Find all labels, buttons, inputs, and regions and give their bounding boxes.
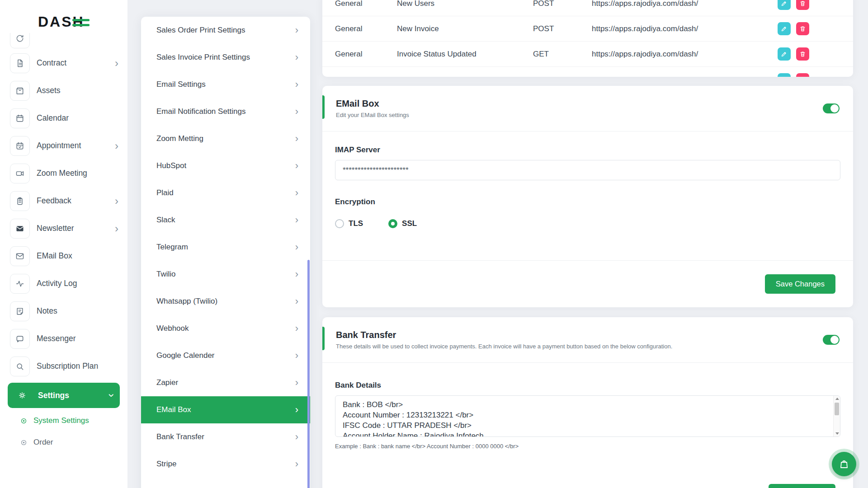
- sidebar-item-label: Zoom Meeting: [37, 169, 87, 178]
- purchase-fab-button[interactable]: [832, 452, 856, 476]
- bank-details-textarea[interactable]: Bank : BOB </br> Account Number : 123132…: [335, 395, 840, 437]
- sidebar-item-activity-log[interactable]: Activity Log: [0, 270, 127, 297]
- sidebar-item-calendar[interactable]: Calendar: [0, 104, 127, 132]
- chevron-right-icon: ›: [295, 188, 298, 198]
- sidebar-item-email-box[interactable]: EMail Box: [0, 242, 127, 270]
- edit-button[interactable]: [778, 22, 791, 35]
- submenu-item-zoom-metting[interactable]: Zoom Metting›: [141, 125, 310, 152]
- sidebar-item-messenger[interactable]: Messenger: [0, 325, 127, 352]
- radio-label: SSL: [402, 219, 417, 228]
- sidebar-item-label: Subscription Plan: [37, 361, 98, 371]
- chevron-right-icon: ›: [295, 25, 298, 35]
- sidebar-item-zoom-meeting[interactable]: Zoom Meeting: [0, 160, 127, 187]
- app-logo[interactable]: DASH: [38, 14, 127, 30]
- chevron-right-icon: ›: [295, 52, 298, 62]
- delete-button[interactable]: [796, 73, 809, 77]
- submenu-item-email-settings[interactable]: Email Settings›: [141, 71, 310, 98]
- sidebar-item-newsletter[interactable]: Newsletter ›: [0, 215, 127, 242]
- envelope-filled-icon: [10, 219, 30, 239]
- table-row: General Invoice Status Updated GET https…: [322, 42, 853, 67]
- submenu-item-label: Plaid: [156, 188, 174, 197]
- chevron-right-icon: ›: [295, 459, 298, 469]
- sidebar-item-order[interactable]: Order: [0, 432, 127, 453]
- bank-details-helper-text: Example : Bank : bank name </br> Account…: [335, 443, 840, 450]
- sidebar-item-partial[interactable]: [0, 33, 127, 49]
- email-box-toggle[interactable]: [823, 103, 840, 113]
- submenu-item-twilio[interactable]: Twilio›: [141, 261, 310, 288]
- bank-transfer-card-header: Bank Transfer These details will be used…: [322, 317, 853, 363]
- chevron-right-icon: ›: [115, 196, 118, 206]
- table-row: General New Users POST https://apps.rajo…: [322, 0, 853, 16]
- sidebar-item-label: Newsletter: [37, 224, 74, 233]
- radio-tls[interactable]: TLS: [335, 219, 363, 228]
- imap-server-label: IMAP Server: [335, 145, 840, 155]
- video-icon: [10, 164, 30, 183]
- submenu-item-whatsapp-twilio[interactable]: Whatsapp (Twilio)›: [141, 288, 310, 315]
- edit-button[interactable]: [778, 47, 791, 61]
- submenu-item-bank-transfer[interactable]: Bank Transfer›: [141, 423, 310, 450]
- card-subtitle: These details will be used to collect in…: [336, 343, 672, 350]
- delete-button[interactable]: [796, 47, 809, 61]
- sidebar-item-settings[interactable]: Settings ›: [8, 383, 120, 408]
- submenu-item-sales-invoice-print-settings[interactable]: Sales Invoice Print Settings›: [141, 44, 310, 71]
- sidebar-item-contract[interactable]: Contract ›: [0, 49, 127, 77]
- table-row-partial: [322, 67, 853, 77]
- sidebar-item-appointment[interactable]: Appointment ›: [0, 132, 127, 160]
- submenu-item-partial[interactable]: ›: [141, 478, 310, 488]
- encryption-label: Encryption: [335, 197, 840, 206]
- scroll-up-arrow-icon: [835, 398, 839, 400]
- row-module: General: [335, 24, 397, 33]
- submenu-item-email-box[interactable]: EMail Box›: [141, 396, 310, 423]
- sidebar-item-label: Activity Log: [37, 279, 77, 288]
- email-box-card: EMail Box Edit your EMail Box settings I…: [322, 86, 853, 307]
- submenu-item-telegram[interactable]: Telegram›: [141, 234, 310, 261]
- submenu-item-label: Sales Order Print Settings: [156, 26, 245, 35]
- sidebar-item-subscription-plan[interactable]: Subscription Plan: [0, 352, 127, 380]
- chevron-right-icon: ›: [295, 161, 298, 171]
- submenu-item-sales-order-print-settings[interactable]: Sales Order Print Settings›: [141, 17, 310, 44]
- submenu-item-label: Zapier: [156, 378, 178, 387]
- submenu-scrollbar[interactable]: [307, 260, 310, 488]
- sidebar-item-feedback[interactable]: Feedback ›: [0, 187, 127, 215]
- edit-button[interactable]: [778, 0, 791, 10]
- row-module: General: [335, 0, 397, 8]
- delete-button[interactable]: [796, 0, 809, 10]
- submenu-item-email-notification-settings[interactable]: Email Notification Settings›: [141, 98, 310, 125]
- sidebar-item-system-settings[interactable]: System Settings: [0, 410, 127, 432]
- sidebar-nav: Contract › Assets Calendar Appointment ›…: [0, 33, 127, 453]
- submenu-item-zapier[interactable]: Zapier›: [141, 369, 310, 396]
- radio-label: TLS: [349, 219, 363, 228]
- save-changes-button-partial[interactable]: [769, 484, 835, 488]
- note-icon: [10, 301, 30, 321]
- submenu-item-hubspot[interactable]: HubSpot›: [141, 152, 310, 179]
- bank-details-field: Bank : BOB </br> Account Number : 123132…: [335, 395, 840, 437]
- sidebar-item-notes[interactable]: Notes: [0, 297, 127, 325]
- bank-transfer-toggle[interactable]: [823, 335, 840, 345]
- settings-submenu-panel: Sales Order Print Settings› Sales Invoic…: [141, 17, 310, 488]
- encryption-options: TLS SSL: [335, 219, 840, 228]
- accent-bar: [322, 327, 325, 350]
- chevron-right-icon: ›: [295, 269, 298, 279]
- submenu-item-plaid[interactable]: Plaid›: [141, 179, 310, 206]
- row-url: https://apps.rajodiya.com/dash/: [592, 0, 778, 8]
- envelope-icon: [10, 246, 30, 266]
- trash-icon: [799, 76, 806, 77]
- textarea-scrollbar[interactable]: [833, 396, 840, 436]
- radio-ssl[interactable]: SSL: [388, 219, 417, 228]
- submenu-item-slack[interactable]: Slack›: [141, 206, 310, 234]
- radio-selected-icon: [388, 219, 397, 228]
- submenu-item-label: Email Notification Settings: [156, 107, 245, 116]
- row-method: POST: [533, 24, 592, 33]
- delete-button[interactable]: [796, 22, 809, 35]
- trash-icon: [799, 0, 806, 7]
- pencil-icon: [781, 51, 788, 57]
- submenu-item-label: Telegram: [156, 243, 188, 252]
- sidebar-subitem-label: Order: [33, 438, 53, 447]
- submenu-item-stripe[interactable]: Stripe›: [141, 450, 310, 478]
- submenu-item-google-calender[interactable]: Google Calender›: [141, 342, 310, 369]
- submenu-item-webhook[interactable]: Webhook›: [141, 315, 310, 342]
- edit-button[interactable]: [778, 73, 791, 77]
- sidebar-item-assets[interactable]: Assets: [0, 77, 127, 104]
- save-changes-button[interactable]: Save Changes: [765, 274, 835, 294]
- imap-server-input[interactable]: [335, 160, 840, 180]
